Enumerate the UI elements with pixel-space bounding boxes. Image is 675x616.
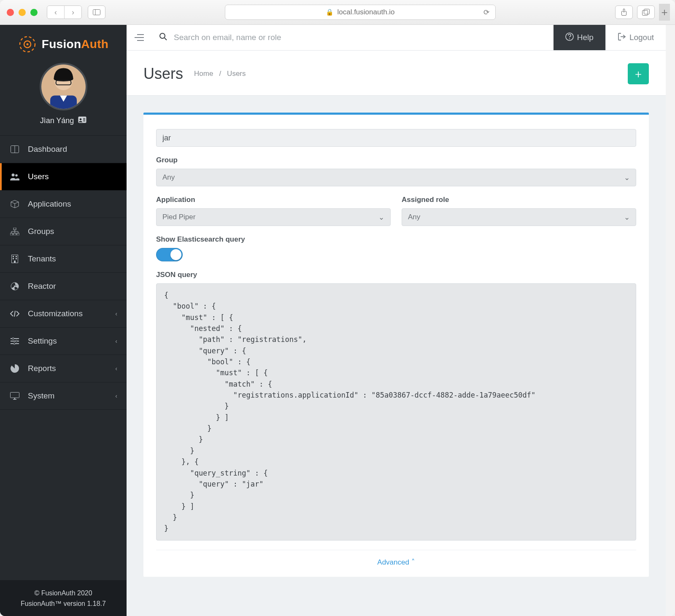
svg-line-34 bbox=[14, 311, 15, 317]
logout-button[interactable]: Logout bbox=[605, 25, 666, 50]
sidebar-item-dashboard[interactable]: Dashboard bbox=[0, 136, 127, 163]
svg-point-50 bbox=[569, 38, 570, 39]
radiation-icon bbox=[9, 282, 20, 291]
user-name: Jìan Yáng bbox=[40, 116, 74, 125]
new-tab-button[interactable]: + bbox=[659, 4, 670, 21]
copyright: © FusionAuth 2020 bbox=[5, 588, 122, 599]
browser-window: ‹ › 🔒 local.fusionauth.io ⟳ + bbox=[0, 0, 675, 616]
chevron-down-icon: ⌄ bbox=[624, 173, 630, 182]
sidebar-item-label: Dashboard bbox=[28, 145, 67, 154]
logout-label: Logout bbox=[629, 33, 654, 42]
svg-rect-0 bbox=[93, 10, 100, 15]
sidebar-nav: Dashboard Users Applications Groups Tena… bbox=[0, 135, 127, 410]
sidebar-item-label: Settings bbox=[28, 336, 57, 346]
json-query-output[interactable]: { "bool" : { "must" : [ { "nested" : { "… bbox=[156, 283, 636, 541]
sidebar-toggle-button[interactable] bbox=[88, 5, 105, 19]
sidebar-item-settings[interactable]: Settings‹ bbox=[0, 328, 127, 355]
forward-button[interactable]: › bbox=[64, 6, 81, 19]
advanced-label: Advanced bbox=[377, 558, 409, 566]
plus-icon: ＋ bbox=[633, 67, 644, 81]
application-value: Pied Piper bbox=[162, 213, 195, 221]
svg-rect-4 bbox=[643, 11, 648, 16]
advanced-toggle[interactable]: Advanced ˄ bbox=[156, 550, 636, 568]
tabs-button[interactable] bbox=[637, 5, 655, 19]
sidebar-item-users[interactable]: Users bbox=[0, 163, 127, 191]
assigned-role-label: Assigned role bbox=[402, 196, 636, 204]
desktop-icon bbox=[9, 392, 20, 400]
search-panel: Group Any ⌄ Application Pied Piper ⌄ bbox=[143, 113, 649, 577]
sliders-icon bbox=[9, 337, 20, 345]
collapse-sidebar-button[interactable] bbox=[127, 25, 152, 50]
sidebar-item-reactor[interactable]: Reactor bbox=[0, 273, 127, 300]
sign-out-icon bbox=[618, 32, 626, 43]
columns-icon bbox=[9, 145, 20, 153]
help-button[interactable]: Help bbox=[554, 25, 605, 50]
svg-point-21 bbox=[15, 174, 18, 177]
chrome-right: + bbox=[615, 4, 670, 21]
group-label: Group bbox=[156, 156, 636, 164]
version-text: FusionAuth™ version 1.18.7 bbox=[5, 598, 122, 609]
id-card-icon bbox=[78, 116, 86, 125]
chevron-left-icon: ‹ bbox=[115, 310, 117, 317]
svg-rect-41 bbox=[11, 393, 19, 398]
svg-rect-24 bbox=[14, 233, 16, 235]
svg-rect-23 bbox=[10, 233, 13, 235]
share-button[interactable] bbox=[615, 5, 633, 19]
vertical-scrollbar[interactable] bbox=[666, 25, 675, 616]
sidebar-item-label: Customizations bbox=[28, 309, 83, 318]
reload-icon[interactable]: ⟳ bbox=[483, 8, 489, 17]
sidebar-item-label: Reports bbox=[28, 364, 56, 373]
sidebar-item-tenants[interactable]: Tenants bbox=[0, 245, 127, 273]
lock-icon: 🔒 bbox=[326, 8, 334, 16]
sidebar-item-label: Tenants bbox=[28, 254, 56, 264]
help-label: Help bbox=[577, 33, 594, 42]
add-user-button[interactable]: ＋ bbox=[628, 63, 649, 84]
sidebar-item-customizations[interactable]: Customizations‹ bbox=[0, 300, 127, 328]
users-icon bbox=[9, 173, 20, 180]
show-es-toggle[interactable] bbox=[156, 248, 183, 261]
code-icon bbox=[9, 311, 20, 317]
nav-back-forward: ‹ › bbox=[47, 5, 82, 19]
user-search-input[interactable] bbox=[156, 129, 636, 147]
back-button[interactable]: ‹ bbox=[47, 6, 64, 19]
group-select[interactable]: Any ⌄ bbox=[156, 169, 636, 186]
pie-chart-icon bbox=[9, 364, 20, 373]
svg-rect-5 bbox=[644, 9, 650, 14]
sidebar-item-reports[interactable]: Reports‹ bbox=[0, 355, 127, 382]
close-window-icon[interactable] bbox=[7, 9, 14, 16]
question-circle-icon bbox=[565, 32, 574, 43]
svg-rect-28 bbox=[16, 256, 17, 257]
sidebar-footer: © FusionAuth 2020 FusionAuth™ version 1.… bbox=[0, 580, 127, 616]
application-select[interactable]: Pied Piper ⌄ bbox=[156, 208, 391, 226]
svg-rect-25 bbox=[17, 233, 19, 235]
logo[interactable]: FusionAuth bbox=[0, 25, 127, 58]
svg-point-38 bbox=[16, 340, 17, 342]
topbar: Help Logout bbox=[127, 25, 666, 51]
sidebar-item-groups[interactable]: Groups bbox=[0, 218, 127, 245]
svg-point-20 bbox=[12, 174, 15, 177]
breadcrumb-current: Users bbox=[227, 70, 246, 78]
show-es-label: Show Elasticsearch query bbox=[156, 235, 636, 244]
global-search-input[interactable] bbox=[173, 32, 546, 43]
svg-point-40 bbox=[14, 343, 15, 344]
sidebar-item-label: System bbox=[28, 391, 54, 401]
current-user[interactable]: Jìan Yáng bbox=[0, 58, 127, 135]
global-search bbox=[152, 25, 554, 50]
sitemap-icon bbox=[9, 228, 20, 235]
chevron-left-icon: ‹ bbox=[115, 393, 117, 399]
content: Group Any ⌄ Application Pied Piper ⌄ bbox=[127, 96, 666, 594]
address-bar[interactable]: 🔒 local.fusionauth.io ⟳ bbox=[225, 5, 496, 20]
breadcrumb-home[interactable]: Home bbox=[194, 70, 213, 78]
logo-text: FusionAuth bbox=[42, 38, 109, 51]
sidebar-item-applications[interactable]: Applications bbox=[0, 191, 127, 218]
svg-point-47 bbox=[160, 33, 165, 38]
svg-rect-29 bbox=[13, 258, 14, 259]
chevron-down-icon: ⌄ bbox=[378, 213, 384, 222]
maximize-window-icon[interactable] bbox=[30, 9, 38, 16]
sidebar-item-system[interactable]: System‹ bbox=[0, 382, 127, 410]
assigned-role-select[interactable]: Any ⌄ bbox=[402, 208, 636, 226]
group-value: Any bbox=[162, 173, 175, 182]
minimize-window-icon[interactable] bbox=[19, 9, 26, 16]
search-icon bbox=[159, 33, 167, 42]
breadcrumb-sep: / bbox=[219, 70, 221, 78]
